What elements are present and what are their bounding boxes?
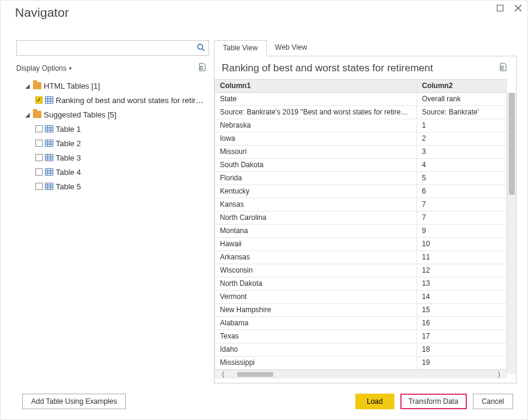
checkbox[interactable]	[35, 183, 43, 190]
table-row: Texas17	[215, 330, 507, 343]
table-cell: Idaho	[215, 343, 417, 356]
svg-rect-0	[497, 5, 503, 11]
tab-table-view[interactable]: Table View	[214, 40, 267, 56]
checkbox[interactable]	[35, 154, 43, 161]
table-cell: Vermont	[215, 291, 417, 304]
group-label: HTML Tables [1]	[44, 81, 100, 90]
table-icon	[45, 125, 53, 132]
svg-line-4	[202, 49, 204, 51]
folder-icon	[33, 111, 41, 118]
table-row: Missouri3	[215, 146, 507, 159]
horizontal-scrollbar[interactable]: 〈 〉	[215, 370, 507, 379]
table-row: Iowa2	[215, 132, 507, 146]
table-row: Kentucky6	[215, 185, 507, 198]
table-row: Arkansas11	[215, 251, 507, 264]
add-table-using-examples-button[interactable]: Add Table Using Examples	[22, 394, 126, 409]
tree-item-label: Table 1	[56, 125, 81, 134]
table-icon	[45, 168, 53, 176]
table-cell: 3	[417, 146, 507, 159]
column-header[interactable]: Column1	[215, 80, 417, 93]
table-cell: State	[215, 93, 417, 106]
table-cell: 6	[417, 185, 507, 198]
dialog-title: Navigator	[15, 5, 496, 20]
load-button[interactable]: Load	[355, 394, 394, 409]
checkbox-checked[interactable]: ✓	[35, 96, 43, 104]
folder-icon	[33, 82, 41, 89]
table-row: Source: Bankrate's 2019 "Best and worst …	[215, 106, 507, 119]
transform-data-button[interactable]: Transform Data	[400, 394, 467, 409]
table-cell: Wisconsin	[215, 264, 417, 277]
checkbox[interactable]	[35, 140, 43, 147]
refresh-icon[interactable]	[198, 63, 207, 74]
scroll-thumb[interactable]	[237, 372, 273, 377]
close-icon[interactable]	[514, 4, 521, 11]
checkbox[interactable]	[35, 168, 43, 176]
display-options-label: Display Options	[16, 64, 67, 72]
cancel-button[interactable]: Cancel	[473, 394, 513, 409]
table-row: North Dakota13	[215, 277, 507, 291]
preview-title: Ranking of best and worst states for ret…	[222, 62, 433, 74]
table-row: Hawaii10	[215, 238, 507, 251]
tree-item-suggested[interactable]: Table 5	[16, 179, 209, 194]
table-cell: Nebraska	[215, 119, 417, 132]
display-options-dropdown[interactable]: Display Options ▾	[16, 64, 72, 72]
table-cell: Mississippi	[215, 356, 417, 370]
table-cell: 16	[417, 317, 507, 330]
table-cell: 12	[417, 264, 507, 277]
table-cell: South Dakota	[215, 159, 417, 172]
tree-item-suggested[interactable]: Table 1	[16, 122, 209, 136]
table-cell: Kentucky	[215, 185, 417, 198]
table-cell: 9	[417, 225, 507, 238]
table-row: Kansas7	[215, 198, 507, 211]
scroll-thumb[interactable]	[509, 93, 515, 195]
column-header[interactable]: Column2	[417, 80, 507, 93]
table-cell: 11	[417, 251, 507, 264]
table-cell: Overall rank	[417, 93, 507, 106]
table-cell: North Dakota	[215, 277, 417, 291]
table-row: South Dakota4	[215, 159, 507, 172]
table-cell: 17	[417, 330, 507, 343]
vertical-scrollbar[interactable]	[507, 93, 516, 374]
table-row: Florida5	[215, 172, 507, 185]
table-cell: 7	[417, 198, 507, 211]
tree-group-html-tables[interactable]: ◢ HTML Tables [1]	[16, 78, 209, 93]
tree-group-suggested-tables[interactable]: ◢ Suggested Tables [5]	[16, 107, 209, 122]
table-cell: Missouri	[215, 146, 417, 159]
table-row: StateOverall rank	[215, 93, 507, 106]
table-row: North Carolina7	[215, 211, 507, 225]
search-icon[interactable]	[197, 43, 205, 53]
tree-item-suggested[interactable]: Table 4	[16, 165, 209, 179]
tree-item-suggested[interactable]: Table 2	[16, 136, 209, 150]
table-cell: 19	[417, 356, 507, 370]
table-icon	[45, 96, 53, 104]
chevron-down-icon: ▾	[69, 65, 72, 71]
table-cell: Source: Bankrate's 2019 "Best and worst …	[215, 106, 417, 119]
checkbox[interactable]	[35, 125, 43, 132]
table-icon	[45, 140, 53, 147]
svg-point-3	[198, 44, 203, 49]
scroll-right-arrow-icon[interactable]: 〉	[496, 370, 505, 379]
search-input[interactable]	[20, 41, 197, 55]
tree-item-suggested[interactable]: Table 3	[16, 150, 209, 165]
refresh-preview-icon[interactable]	[499, 63, 508, 74]
tree-item-ranking[interactable]: ✓ Ranking of best and worst states for r…	[16, 93, 209, 107]
tree-item-label: Table 2	[56, 139, 81, 148]
tree-item-label: Table 5	[56, 182, 81, 191]
tree-item-label: Ranking of best and worst states for ret…	[56, 96, 206, 105]
table-cell: Florida	[215, 172, 417, 185]
preview-table: Column1 Column2 StateOverall rankSource:…	[215, 79, 507, 370]
table-cell: 13	[417, 277, 507, 291]
maximize-icon[interactable]	[496, 4, 503, 11]
table-cell: 15	[417, 304, 507, 317]
table-row: Montana9	[215, 225, 507, 238]
caret-down-icon: ◢	[25, 111, 31, 118]
tab-web-view[interactable]: Web View	[267, 40, 316, 56]
table-cell: North Carolina	[215, 211, 417, 225]
table-cell: Kansas	[215, 198, 417, 211]
table-cell: 2	[417, 132, 507, 146]
search-input-container[interactable]	[16, 40, 209, 56]
group-label: Suggested Tables [5]	[44, 110, 116, 119]
table-cell: Arkansas	[215, 251, 417, 264]
scroll-left-arrow-icon[interactable]: 〈	[217, 370, 225, 379]
table-cell: Hawaii	[215, 238, 417, 251]
